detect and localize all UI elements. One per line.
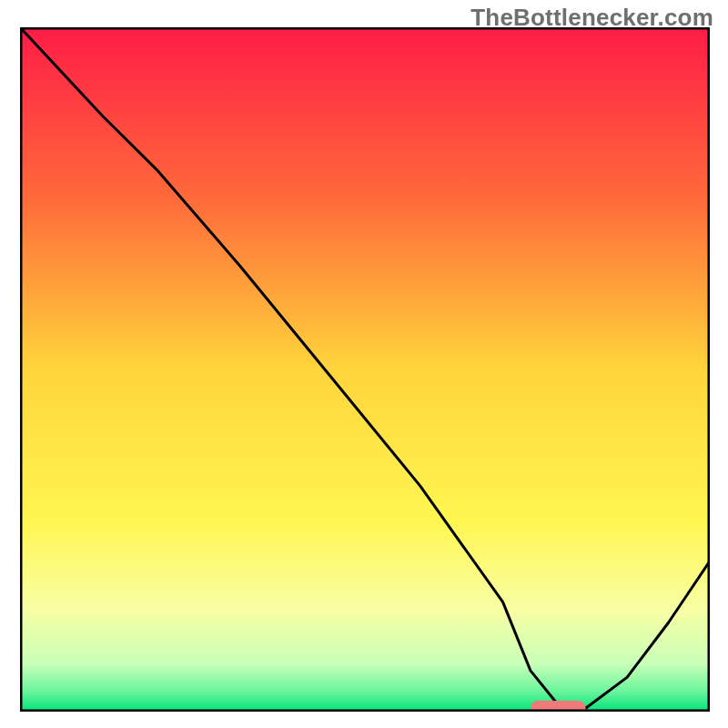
chart-svg <box>20 27 710 712</box>
plot-area <box>20 27 710 712</box>
chart-background <box>20 27 710 712</box>
chart-container: TheBottlenecker.com <box>0 0 728 728</box>
